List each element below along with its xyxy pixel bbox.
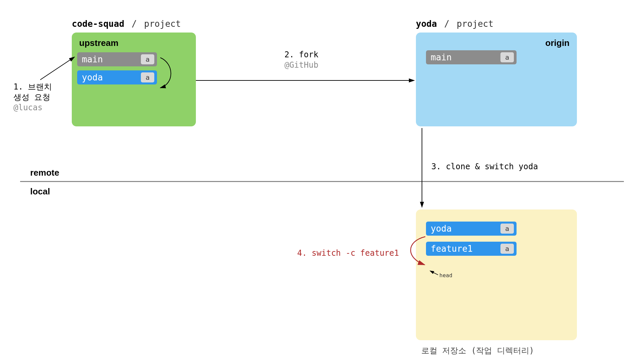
remote-local-divider [20,181,624,182]
origin-name: project [457,19,494,29]
remote-section-label: remote [30,168,59,178]
upstream-branch-main: main a [77,52,157,66]
step1-label: 1. 브랜치 생성 요청 @lucas [13,82,52,113]
origin-repo-path: yoda / project [416,19,493,29]
origin-owner: yoda [416,19,437,29]
arrow-step1 [40,57,74,80]
origin-branch-main: main a [426,50,517,64]
origin-label: origin [421,38,570,48]
commit-badge: a [500,52,514,62]
step2-line1: 2. fork [284,50,318,60]
commit-badge: a [500,224,514,234]
step3-label: 3. clone & switch yoda [431,162,538,172]
step1-line1: 1. 브랜치 [13,82,52,92]
branch-name: yoda [82,72,141,82]
branch-name: feature1 [431,244,500,254]
step4-label: 4. switch -c feature1 [297,248,399,258]
upstream-branch-yoda: yoda a [77,70,157,84]
upstream-owner: code-squad [72,19,124,29]
commit-badge: a [141,54,154,64]
local-section-label: local [30,186,50,197]
local-caption: 로컬 저장소 (작업 디렉터리) [421,345,534,356]
local-branch-yoda: yoda a [426,222,517,236]
step2-mention: @GitHub [284,60,318,70]
head-label: head [439,272,452,279]
origin-box: origin main a [416,33,577,126]
local-branch-feature1: feature1 a [426,242,517,256]
upstream-box: upstream main a yoda a [72,33,196,126]
branch-name: main [82,54,141,64]
upstream-name: project [144,19,181,29]
upstream-label: upstream [79,38,191,48]
branch-name: yoda [431,224,500,234]
commit-badge: a [141,72,154,82]
step1-line2: 생성 요청 [13,92,52,103]
branch-name: main [431,52,500,62]
step1-mention: @lucas [13,103,52,113]
upstream-repo-path: code-squad / project [72,19,181,29]
commit-badge: a [500,244,514,254]
step2-label: 2. fork @GitHub [284,50,318,70]
